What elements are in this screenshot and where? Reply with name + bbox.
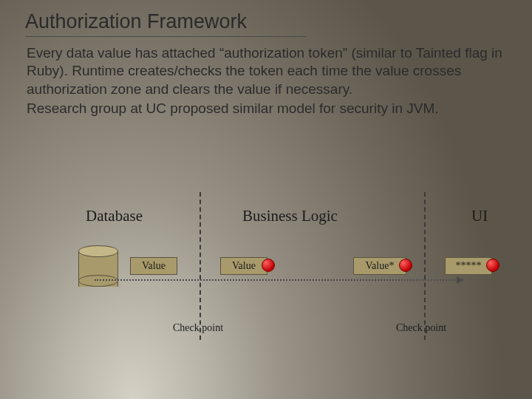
- checkpoint-divider-1: [200, 192, 201, 340]
- zone-label-business-logic: Business Logic: [242, 207, 338, 225]
- body-paragraph-2: Research group at UC proposed similar mo…: [27, 100, 505, 117]
- token-dot-icon: [262, 259, 275, 272]
- token-dot-icon: [399, 259, 412, 272]
- slide-body: Every data value has attached “authoriza…: [27, 44, 505, 119]
- zone-label-ui: UI: [471, 207, 488, 225]
- value-box-4: *****: [445, 257, 492, 275]
- flow-arrow-line: [95, 279, 458, 281]
- value-box-1: Value: [130, 257, 177, 275]
- value-box-2: Value: [220, 257, 267, 275]
- checkpoint-divider-2: [424, 192, 426, 340]
- zone-label-database: Database: [86, 207, 143, 225]
- slide-title: Authorization Framework: [25, 10, 306, 37]
- checkpoint-label-2: Check point: [396, 322, 446, 334]
- flow-arrow-head-icon: [457, 276, 464, 284]
- checkpoint-label-1: Check point: [173, 322, 223, 334]
- token-dot-icon: [486, 259, 499, 272]
- body-paragraph-1: Every data value has attached “authoriza…: [27, 44, 505, 98]
